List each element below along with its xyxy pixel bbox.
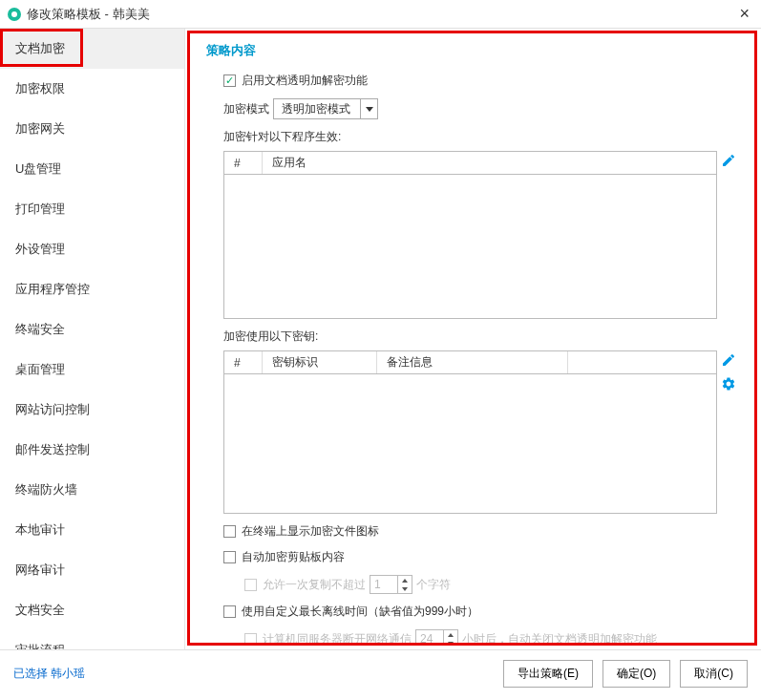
keys-table: # 密钥标识 备注信息 [223,350,717,514]
app-icon [8,8,21,21]
keys-col-spacer [568,351,716,373]
sidebar-item[interactable]: 审批流程 [0,630,184,649]
spinner-down-icon [398,584,412,593]
apps-table-label: 加密针对以下程序生效: [223,129,740,145]
export-button[interactable]: 导出策略(E) [503,660,593,688]
cancel-button[interactable]: 取消(C) [680,660,748,688]
clipboard-limit-suffix: 个字符 [416,577,451,593]
sidebar-item[interactable]: 文档加密 [0,29,184,69]
offline-checkbox[interactable] [223,605,236,618]
section-title: 策略内容 [206,42,740,59]
sidebar-item[interactable]: 文档安全 [0,590,184,630]
spinner-down-icon [444,639,457,646]
auto-clipboard-checkbox[interactable] [223,551,236,563]
mode-value: 透明加密模式 [274,101,360,117]
sidebar-item[interactable]: 外设管理 [0,229,184,269]
gear-icon[interactable] [721,376,736,394]
clipboard-limit-prefix: 允许一次复制不超过 [263,577,366,593]
show-icon-label: 在终端上显示加密文件图标 [242,523,379,540]
clipboard-limit-checkbox [244,579,257,591]
auto-clipboard-label: 自动加密剪贴板内容 [242,549,345,565]
mode-label: 加密模式 [223,101,269,117]
sidebar-item[interactable]: 打印管理 [0,189,184,229]
sidebar-item[interactable]: 加密网关 [0,109,184,149]
sidebar-item[interactable]: 网站访问控制 [0,390,184,430]
server-hours-spinner: 24 [415,629,458,646]
server-suffix: 小时后，自动关闭文档透明加解密功能 [462,631,657,647]
enable-encryption-label: 启用文档透明加解密功能 [242,73,368,89]
keys-col-num: # [224,351,263,373]
apps-table: # 应用名 [223,151,717,319]
spinner-up-icon [444,630,457,639]
keys-col-remark: 备注信息 [377,351,568,373]
sidebar-item[interactable]: 桌面管理 [0,350,184,390]
sidebar-item[interactable]: 网络审计 [0,550,184,590]
keys-table-label: 加密使用以下密钥: [223,329,740,345]
chevron-down-icon[interactable] [360,99,377,118]
sidebar-item[interactable]: 终端防火墙 [0,470,184,510]
ok-button[interactable]: 确定(O) [602,660,670,688]
keys-table-body[interactable] [224,374,716,513]
server-prefix: 计算机同服务器断开网络通信 [263,631,412,647]
mode-select[interactable]: 透明加密模式 [273,98,378,119]
clipboard-limit-spinner: 1 [370,575,412,594]
spinner-up-icon [398,576,412,584]
sidebar-item[interactable]: 本地审计 [0,510,184,550]
enable-encryption-checkbox[interactable] [223,74,236,87]
apps-table-body[interactable] [224,175,716,318]
sidebar-item[interactable]: 终端安全 [0,309,184,350]
sidebar-item[interactable]: 应用程序管控 [0,269,184,309]
window-title: 修改策略模板 - 韩美美 [27,6,735,23]
close-icon[interactable]: × [735,4,753,24]
selection-status: 已选择 韩小瑶 [13,666,494,682]
edit-icon[interactable] [721,352,736,371]
show-icon-checkbox[interactable] [223,525,236,538]
server-checkbox [244,633,257,646]
apps-col-num: # [224,152,263,174]
keys-col-id: 密钥标识 [263,351,377,373]
sidebar-item[interactable]: U盘管理 [0,149,184,189]
sidebar: 文档加密加密权限加密网关U盘管理打印管理外设管理应用程序管控终端安全桌面管理网站… [0,29,185,649]
offline-label: 使用自定义最长离线时间（缺省值为999小时） [242,604,478,620]
sidebar-item[interactable]: 邮件发送控制 [0,430,184,470]
sidebar-item[interactable]: 加密权限 [0,69,184,109]
edit-icon[interactable] [721,153,736,171]
apps-col-name: 应用名 [263,152,716,174]
